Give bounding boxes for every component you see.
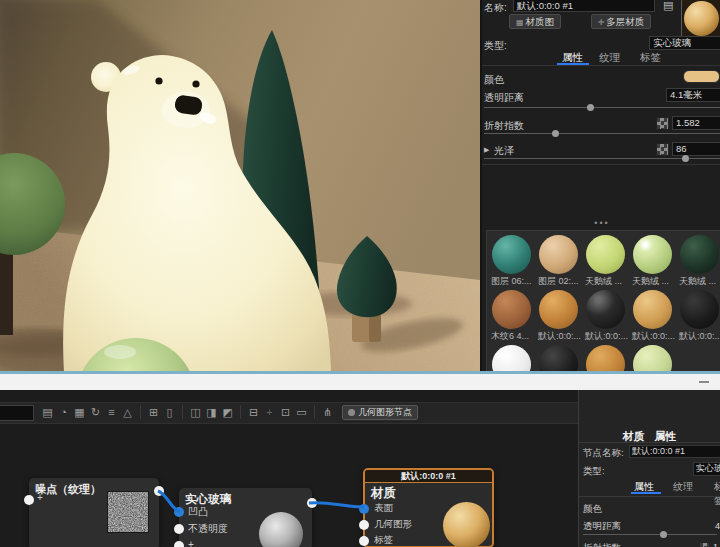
gloss-slider-knob[interactable] [682,155,689,162]
name-label: 名称: [484,1,507,15]
node-solid-glass[interactable]: 实心玻璃 凹凸 不透明度 + [179,488,312,547]
type-dropdown[interactable]: 实心玻璃 [649,36,720,50]
collapse-handle[interactable] [699,381,709,383]
material-tag-port[interactable] [359,536,369,546]
library-item[interactable]: 默认:0:0:... [630,289,675,341]
trash-icon[interactable]: ▯ [164,403,175,421]
checkerboard-icon[interactable]: ▦ [74,403,85,421]
calculator-icon[interactable]: ◨ [206,403,217,421]
library-item[interactable] [630,344,675,372]
distance-label: 透明距离 [484,91,524,105]
library-item[interactable] [583,344,628,372]
library-item[interactable]: 默认:0:0:... [677,289,720,341]
tab-material[interactable]: 材质 [623,430,645,442]
material-thumb [633,345,672,372]
save-icon[interactable]: ▤ [663,0,673,12]
node-settings-icon[interactable]: ◩ [222,403,233,421]
history-icon[interactable]: ↻ [90,403,101,421]
noise-input-port[interactable] [24,495,34,505]
material-map-button[interactable]: ▦材质图 [509,14,561,29]
np-tab-texture[interactable]: 纹理 [673,480,693,494]
filters-icon[interactable]: ≡ [106,403,117,421]
tabs-divider [482,65,720,66]
gloss-expand-icon[interactable]: ▶ [484,146,489,154]
add-frame-icon[interactable]: ⊡ [280,403,291,421]
material-thumb [492,235,531,274]
material-thumb [633,235,672,274]
np-distance-slider[interactable] [583,534,717,535]
library-drag-handle[interactable]: ••• [482,218,720,228]
split-node-icon[interactable]: ⋔ [322,403,333,421]
save-icon[interactable]: ▤ [42,403,53,421]
library-item[interactable]: 木纹6 4... [489,289,534,341]
library-item[interactable]: 默认:0:0:... [583,289,628,341]
glass-opacity-port[interactable] [174,524,184,534]
material-name-input[interactable]: 默认:0:0:0 #1 [513,0,655,12]
toolbar-search-input[interactable] [0,405,34,421]
panel-resize-bar[interactable] [0,374,720,390]
material-node-header[interactable]: 默认:0:0:0 #1 [365,470,492,483]
np-refraction-value[interactable]: 1.582 [713,542,720,547]
tab-texture[interactable]: 纹理 [599,51,620,65]
node-name-input[interactable]: 默认:0:0:0 #1 [629,445,720,458]
library-item[interactable]: 天鹅绒 ... [583,234,628,286]
geometry-nodes-button[interactable]: 几何图形节点 [342,405,418,420]
material-surface-port[interactable] [359,504,369,514]
viewport-3d-scene[interactable] [0,0,480,372]
node-type-dropdown[interactable]: 实心玻璃 [693,462,720,476]
noise-output-port[interactable] [154,486,164,496]
np-distance-knob[interactable] [660,531,667,538]
glass-output-port[interactable] [307,498,317,508]
gloss-slider[interactable] [484,158,720,159]
node-noise-texture[interactable]: 噪点（纹理） + [29,478,159,547]
prism-icon[interactable]: △ [122,403,133,421]
material-thumb [680,235,719,274]
refraction-slider[interactable] [484,133,720,134]
tab-attributes[interactable]: 属性 [655,430,677,442]
refraction-input[interactable]: 1.582 [672,116,720,130]
material-geometry-port[interactable] [359,520,369,530]
distance-slider[interactable] [484,107,720,108]
glass-add-port[interactable] [174,541,184,547]
library-item[interactable]: 图层 02:... [536,234,581,286]
left-tree-trunk [0,250,13,335]
library-item[interactable] [489,344,534,372]
refraction-texture-slot-icon[interactable] [656,117,669,130]
node-type-label: 类型: [583,465,605,478]
image-icon: ▦ [516,18,524,27]
comment-frame-icon[interactable]: ▭ [296,403,307,421]
align-nodes-icon[interactable]: ⊟ [248,403,259,421]
add-icon[interactable]: + [264,403,275,421]
green-ball-gloss [104,345,136,359]
np-active-tab-underline [631,492,661,494]
gloss-texture-slot-icon[interactable] [656,143,669,156]
np-refraction-texture-icon[interactable] [699,542,710,547]
noise-add-input-label[interactable]: + [37,492,43,503]
refraction-slider-knob[interactable] [552,130,559,137]
multilayer-material-button[interactable]: ✛多层材质 [591,14,651,29]
duplicate-icon[interactable]: ⊞ [148,403,159,421]
library-row: 图层 06:... 图层 02:... 天鹅绒 ... 天鹅绒 ... 天鹅绒 … [487,231,720,286]
library-item[interactable]: 天鹅绒 ... [630,234,675,286]
node-editor[interactable]: ▤ ◔ ▦ ↻ ≡ △ ⊞ ▯ ◫ ◨ ◩ ⊟ + ⊡ ▭ ⋔ 几何图形节点 噪… [0,390,720,547]
glass-bump-port[interactable] [174,507,184,517]
distance-input[interactable]: 4.1毫米 [666,88,720,102]
np-tab-tags[interactable]: 标签 [714,480,720,508]
material-preview[interactable] [681,0,720,39]
material-sphere-icon[interactable]: ◔ [58,403,69,421]
material-thumb [633,290,672,329]
distance-slider-knob[interactable] [587,104,594,111]
gloss-input[interactable]: 86 [672,142,720,156]
toolbar-separator [182,405,183,419]
color-swatch[interactable] [683,70,720,83]
np-distance-value[interactable]: 4.1毫米 [715,520,720,533]
toolbar-separator [240,405,241,419]
tab-tags[interactable]: 标签 [640,51,661,65]
library-item[interactable] [536,344,581,372]
library-item[interactable]: 默认:0:0:... [536,289,581,341]
library-item[interactable]: 图层 06:... [489,234,534,286]
library-item[interactable]: 天鹅绒 ... [677,234,720,286]
copy-nodes-icon[interactable]: ◫ [190,403,201,421]
node-material[interactable]: 默认:0:0:0 #1 材质 表面 几何图形 标签 [363,468,494,547]
material-library: 图层 06:... 图层 02:... 天鹅绒 ... 天鹅绒 ... 天鹅绒 … [486,230,720,372]
